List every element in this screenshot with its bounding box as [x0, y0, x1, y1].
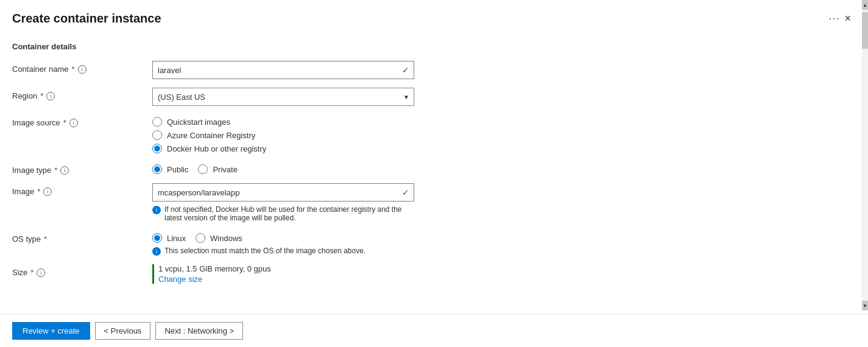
- dialog-footer: Review + create < Previous Next : Networ…: [0, 314, 868, 347]
- region-select[interactable]: (US) East US (US) West US (EU) West Euro…: [152, 88, 414, 106]
- review-create-button[interactable]: Review + create: [12, 322, 90, 340]
- create-container-dialog: Create container instance ··· × ▲ ▼ Cont…: [0, 0, 868, 347]
- required-marker: *: [37, 187, 40, 196]
- image-source-info-icon[interactable]: i: [69, 119, 78, 127]
- image-source-quickstart-option[interactable]: Quickstart images: [152, 117, 414, 127]
- image-type-private-radio[interactable]: [198, 164, 208, 174]
- os-type-linux-option[interactable]: Linux: [152, 233, 186, 243]
- image-check-icon: ✓: [402, 188, 409, 197]
- section-title: Container details: [12, 42, 856, 51]
- container-name-info-icon[interactable]: i: [78, 65, 86, 74]
- size-indicator: [152, 264, 154, 284]
- region-row: Region * i (US) East US (US) West US (EU…: [12, 88, 856, 106]
- os-type-info-circle-icon: i: [152, 247, 161, 256]
- image-type-radio-group: Public Private: [152, 162, 414, 174]
- image-control: ✓ i If not specified, Docker Hub will be…: [152, 183, 414, 222]
- region-label: Region * i: [12, 88, 152, 100]
- size-value: 1 vcpu, 1.5 GiB memory, 0 gpus: [158, 264, 414, 273]
- required-marker: *: [63, 118, 66, 127]
- image-source-label: Image source * i: [12, 114, 152, 127]
- size-control: 1 vcpu, 1.5 GiB memory, 0 gpus Change si…: [152, 264, 414, 284]
- dialog-header: Create container instance ··· ×: [0, 0, 868, 32]
- required-marker: *: [72, 65, 75, 74]
- required-marker: *: [44, 234, 47, 244]
- os-type-linux-radio[interactable]: [152, 233, 162, 243]
- image-type-control: Public Private: [152, 162, 414, 174]
- image-row: Image * i ✓ i If not specified, Docker H…: [12, 183, 856, 222]
- os-type-label: OS type *: [12, 231, 152, 244]
- image-type-public-option[interactable]: Public: [152, 164, 188, 174]
- container-name-input[interactable]: [152, 61, 414, 79]
- size-label: Size * i: [12, 264, 152, 277]
- image-info-circle-icon: i: [152, 206, 161, 214]
- size-block: 1 vcpu, 1.5 GiB memory, 0 gpus Change si…: [152, 264, 414, 284]
- size-row: Size * i 1 vcpu, 1.5 GiB memory, 0 gpus …: [12, 264, 856, 284]
- image-label: Image * i: [12, 183, 152, 196]
- image-source-control: Quickstart images Azure Container Regist…: [152, 114, 414, 153]
- image-input-wrapper: ✓: [152, 183, 414, 202]
- image-source-radio-group: Quickstart images Azure Container Regist…: [152, 114, 414, 153]
- dialog-title: Create container instance: [12, 12, 822, 26]
- os-type-info-message: i This selection must match the OS of th…: [152, 247, 414, 256]
- region-info-icon[interactable]: i: [46, 92, 55, 100]
- container-name-control: ✓: [152, 61, 414, 79]
- os-type-windows-option[interactable]: Windows: [196, 233, 242, 243]
- image-type-public-radio[interactable]: [152, 164, 162, 174]
- image-source-dockerhub-radio[interactable]: [152, 144, 162, 153]
- image-source-row: Image source * i Quickstart images Azure…: [12, 114, 856, 153]
- image-source-dockerhub-option[interactable]: Docker Hub or other registry: [152, 144, 414, 153]
- os-type-control: Linux Windows i This selection must matc…: [152, 231, 414, 256]
- scrollbar-track: ▲ ▼: [862, 0, 868, 310]
- scrollbar-thumb[interactable]: [862, 12, 868, 49]
- region-select-wrapper: (US) East US (US) West US (EU) West Euro…: [152, 88, 414, 106]
- image-source-acr-option[interactable]: Azure Container Registry: [152, 130, 414, 140]
- os-type-row: OS type * Linux Windows i This select: [12, 231, 856, 256]
- container-name-label: Container name * i: [12, 61, 152, 74]
- required-marker: *: [54, 166, 57, 175]
- next-networking-button[interactable]: Next : Networking >: [155, 322, 243, 340]
- image-source-quickstart-radio[interactable]: [152, 117, 162, 127]
- image-type-label: Image type * i: [12, 162, 152, 175]
- size-info-icon[interactable]: i: [37, 268, 45, 277]
- os-type-windows-radio[interactable]: [196, 233, 205, 243]
- close-button[interactable]: ×: [839, 10, 856, 27]
- image-info-message: i If not specified, Docker Hub will be u…: [152, 205, 414, 222]
- container-name-row: Container name * i ✓: [12, 61, 856, 79]
- change-size-link[interactable]: Change size: [158, 275, 202, 284]
- scrollbar-down-button[interactable]: ▼: [862, 301, 868, 310]
- image-type-private-option[interactable]: Private: [198, 164, 237, 174]
- scrollbar-up-button[interactable]: ▲: [862, 0, 868, 10]
- previous-button[interactable]: < Previous: [95, 322, 151, 340]
- image-input[interactable]: [152, 183, 414, 202]
- image-info-icon[interactable]: i: [43, 188, 52, 196]
- image-type-row: Image type * i Public Private: [12, 162, 856, 175]
- dialog-content: Container details Container name * i ✓ R…: [0, 32, 868, 314]
- os-type-radio-group: Linux Windows: [152, 231, 414, 243]
- image-type-info-icon[interactable]: i: [60, 166, 69, 175]
- required-marker: *: [40, 91, 43, 100]
- container-name-wrapper: ✓: [152, 61, 414, 79]
- dialog-more-options[interactable]: ···: [828, 12, 839, 25]
- required-marker: *: [30, 268, 34, 277]
- image-source-acr-radio[interactable]: [152, 130, 162, 140]
- region-control: (US) East US (US) West US (EU) West Euro…: [152, 88, 414, 106]
- container-name-check-icon: ✓: [402, 65, 409, 75]
